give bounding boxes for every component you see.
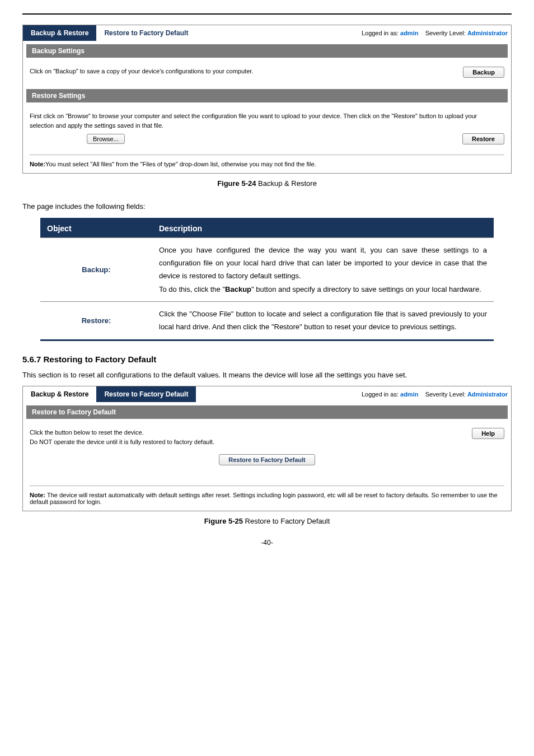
top-rule [22,13,512,15]
divider [30,155,504,155]
tab-backup-restore[interactable]: Backup & Restore [23,386,96,402]
figure-5-24-caption: Figure 5-24 Backup & Restore [22,179,512,188]
figure-text: Restore to Factory Default [243,517,330,525]
tab-row: Backup & Restore Restore to Factory Defa… [23,25,511,41]
table-row: Restore: Click the "Choose File" button … [40,302,494,340]
note-line: Note:You must select "All files" from th… [23,157,511,173]
restore-factory-text: Click the button below to reset the devi… [30,428,472,446]
desc-bold: Backup [225,285,251,293]
logged-in-user: admin [400,30,418,36]
figure-label: Figure 5-25 [204,517,243,525]
note-prefix: Note: [30,161,45,167]
tab-restore-factory-default[interactable]: Restore to Factory Default [96,25,196,41]
tab-row: Backup & Restore Restore to Factory Defa… [23,386,511,402]
severity-label: Severity Level: [425,30,466,36]
backup-button[interactable]: Backup [463,67,504,78]
logged-in-label: Logged in as: [362,391,399,398]
login-info: Logged in as: admin Severity Level: Admi… [362,30,511,36]
restore-button[interactable]: Restore [462,133,504,144]
table-row: Backup: Once you have configured the dev… [40,237,494,302]
description-table: Object Description Backup: Once you have… [40,218,494,341]
object-backup: Backup: [40,237,152,302]
note-prefix: Note: [30,492,45,498]
severity-level: Administrator [467,391,508,398]
description-restore: Click the "Choose File" button to locate… [152,302,494,340]
login-info: Logged in as: admin Severity Level: Admi… [362,391,511,398]
intro-text-1: The page includes the following fields: [22,201,512,212]
note-text: The device will restart automatically wi… [30,492,498,505]
browse-button[interactable]: Browse... [87,134,125,144]
heading-5-6-7: 5.6.7 Restoring to Factory Default [22,354,512,364]
logged-in-user: admin [400,391,418,398]
backup-restore-panel: Backup & Restore Restore to Factory Defa… [22,25,512,174]
col-description: Description [152,218,494,237]
desc-text: Once you have configured the device the … [159,246,487,281]
restore-settings-text: First click on "Browse" to browse your c… [30,111,504,130]
intro-text-2: This section is to reset all configurati… [22,370,512,381]
backup-settings-text: Click on "Backup" to save a copy of your… [30,67,463,76]
description-backup: Once you have configured the device the … [152,237,494,302]
severity-level: Administrator [467,30,508,36]
figure-text: Backup & Restore [256,179,316,188]
restore-factory-bar: Restore to Factory Default [26,405,508,419]
severity-label: Severity Level: [425,391,466,398]
restore-factory-panel: Backup & Restore Restore to Factory Defa… [22,386,512,511]
figure-label: Figure 5-24 [217,179,256,188]
divider [30,486,504,486]
note-text: You must select "All files" from the "Fi… [45,161,316,167]
restore-settings-bar: Restore Settings [26,89,508,102]
page-number: -40- [22,539,512,547]
tab-backup-restore[interactable]: Backup & Restore [23,25,96,41]
desc-text: " button and specify a directory to save… [251,285,481,293]
backup-settings-bar: Backup Settings [26,44,508,58]
tab-restore-factory-default[interactable]: Restore to Factory Default [96,386,196,402]
help-button[interactable]: Help [472,428,504,439]
object-restore: Restore: [40,302,152,340]
desc-text: To do this, click the " [159,285,225,293]
restore-to-factory-default-button[interactable]: Restore to Factory Default [219,454,315,465]
figure-5-25-caption: Figure 5-25 Restore to Factory Default [22,517,512,525]
logged-in-label: Logged in as: [362,30,399,36]
note-line: Note: The device will restart automatica… [23,488,511,511]
col-object: Object [40,218,152,237]
